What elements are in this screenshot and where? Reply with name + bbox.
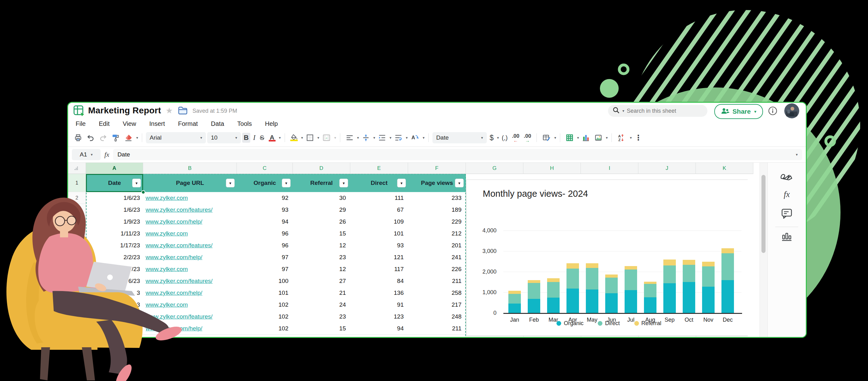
legend-item-organic[interactable]: Organic (556, 320, 583, 327)
pivot-table-button[interactable] (564, 133, 575, 143)
menu-insert[interactable]: Insert (149, 120, 165, 127)
user-avatar[interactable] (784, 103, 799, 118)
share-button[interactable]: Share ▾ (714, 104, 763, 119)
formula-input[interactable]: Date ▾ (113, 149, 802, 160)
select-all-corner[interactable] (68, 163, 86, 174)
insert-image-button[interactable] (593, 133, 604, 143)
comments-icon[interactable] (781, 208, 793, 220)
undo-button[interactable] (85, 133, 96, 143)
sort-caret-icon[interactable]: ▾ (630, 135, 632, 140)
format-painter-button[interactable] (110, 133, 121, 143)
indent-caret-icon[interactable]: ▾ (390, 135, 392, 140)
functions-icon[interactable]: fx (784, 190, 790, 199)
conditional-format-button[interactable] (540, 133, 552, 143)
search-options-caret-icon[interactable]: ▾ (622, 109, 624, 113)
bar-dec[interactable] (721, 248, 734, 313)
insert-chart-button[interactable] (580, 133, 591, 143)
horizontal-align-button[interactable] (344, 133, 355, 143)
info-icon[interactable] (768, 106, 777, 117)
menu-edit[interactable]: Edit (99, 120, 110, 127)
search-input[interactable] (626, 107, 696, 115)
vertical-align-caret-icon[interactable]: ▾ (373, 135, 375, 140)
rotate-text-button[interactable]: A (409, 133, 421, 143)
chart-panel[interactable]: Monthly page views- 2024 01,0002,0003,00… (466, 180, 748, 336)
clear-format-button[interactable] (122, 133, 134, 143)
column-header-c[interactable]: C (237, 163, 293, 174)
bar-may[interactable] (586, 263, 598, 313)
italic-button[interactable]: I (251, 133, 257, 143)
fill-color-button[interactable] (289, 133, 299, 142)
header-cell-direct[interactable]: Direct▾ (350, 174, 408, 192)
header-cell-referral[interactable]: Referral▾ (293, 174, 350, 192)
merge-cells-button[interactable]: a (320, 133, 333, 143)
wrap-text-caret-icon[interactable]: ▾ (406, 135, 408, 140)
comma-style-button[interactable]: (,) (500, 133, 509, 142)
fill-color-caret-icon[interactable]: ▾ (301, 135, 303, 140)
insert-image-caret-icon[interactable]: ▾ (606, 135, 608, 140)
text-color-button[interactable]: A (267, 133, 277, 142)
merge-cells-caret-icon[interactable]: ▾ (334, 135, 336, 140)
document-title[interactable]: Marketing Report (88, 105, 161, 116)
filter-button[interactable]: ▾ (397, 179, 406, 187)
column-header-j[interactable]: J (638, 163, 696, 174)
increase-decimal-button[interactable]: .00→ (522, 132, 533, 144)
menu-help[interactable]: Help (265, 120, 278, 127)
scrollbar-thumb[interactable] (762, 175, 766, 253)
borders-button[interactable] (304, 133, 316, 143)
rotate-text-caret-icon[interactable]: ▾ (423, 135, 425, 140)
clear-format-caret-icon[interactable]: ▾ (136, 135, 138, 140)
wrap-text-button[interactable] (393, 133, 404, 143)
legend-item-direct[interactable]: Direct (598, 320, 620, 327)
bar-feb[interactable] (528, 280, 540, 313)
menu-tools[interactable]: Tools (237, 120, 252, 127)
bar-oct[interactable] (683, 260, 695, 313)
bar-jan[interactable] (508, 291, 521, 313)
currency-button[interactable]: $ (488, 133, 495, 143)
vertical-align-button[interactable] (360, 133, 372, 143)
filter-button[interactable]: ▾ (226, 179, 235, 187)
vertical-scrollbar[interactable] (760, 163, 767, 337)
column-header-e[interactable]: E (350, 163, 408, 174)
print-button[interactable] (72, 133, 84, 143)
bar-mar[interactable] (547, 278, 560, 313)
font-select[interactable]: Arial▾ (146, 132, 206, 144)
column-header-i[interactable]: I (581, 163, 638, 174)
text-color-caret-icon[interactable]: ▾ (279, 135, 281, 140)
sheet-app-logo-icon[interactable] (73, 105, 85, 118)
column-header-k[interactable]: K (696, 163, 753, 174)
bar-jul[interactable] (625, 266, 637, 313)
redo-button[interactable] (97, 133, 109, 143)
font-size-select[interactable]: 10▾ (207, 132, 241, 144)
explore-charts-icon[interactable] (781, 231, 793, 243)
column-header-a[interactable]: A (86, 163, 143, 174)
horizontal-align-caret-icon[interactable]: ▾ (357, 135, 359, 140)
column-header-f[interactable]: F (408, 163, 466, 174)
legend-item-referral[interactable]: Referral (634, 320, 661, 327)
more-button[interactable]: ⋮ (633, 132, 644, 143)
number-format-select[interactable]: Date▾ (432, 132, 487, 144)
bold-button[interactable]: B (242, 133, 250, 143)
strikethrough-button[interactable]: S (258, 133, 266, 142)
column-header-h[interactable]: H (523, 163, 581, 174)
filter-button[interactable]: ▾ (282, 179, 290, 187)
column-header-b[interactable]: B (143, 163, 237, 174)
header-cell-organic[interactable]: Organic▾ (237, 174, 293, 192)
bar-jun[interactable] (605, 275, 618, 313)
pivot-table-caret-icon[interactable]: ▾ (577, 135, 579, 140)
menu-format[interactable]: Format (178, 120, 198, 127)
decrease-decimal-button[interactable]: .00← (510, 132, 521, 144)
indent-button[interactable] (376, 133, 388, 143)
borders-caret-icon[interactable]: ▾ (317, 135, 319, 140)
name-box[interactable]: A1 ▾ (72, 149, 101, 160)
header-cell-page-views[interactable]: Page views▾ (408, 174, 466, 192)
filter-button[interactable]: ▾ (455, 179, 464, 187)
column-header-g[interactable]: G (466, 163, 523, 174)
conditional-format-caret-icon[interactable]: ▾ (554, 135, 556, 140)
favorite-star-icon[interactable]: ★ (165, 106, 173, 116)
bar-aug[interactable] (644, 282, 656, 313)
menu-view[interactable]: View (123, 120, 136, 127)
sheet-search[interactable]: ▾ (608, 105, 707, 117)
menu-data[interactable]: Data (211, 120, 224, 127)
column-header-d[interactable]: D (293, 163, 350, 174)
formula-expand-caret-icon[interactable]: ▾ (796, 152, 798, 157)
